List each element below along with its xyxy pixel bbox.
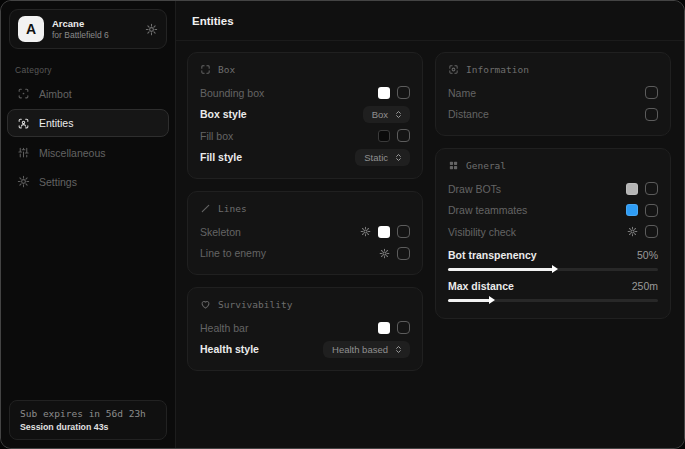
color-swatch[interactable] — [378, 130, 390, 142]
checkbox[interactable] — [397, 321, 410, 334]
setting-row-fill-box: Fill box — [200, 125, 410, 147]
setting-label: Bot transpenency — [448, 249, 637, 261]
setting-row-draw-bots: Draw BOTs — [448, 178, 658, 200]
crosshair-icon — [17, 87, 30, 100]
panel-lines: Lines Skeleton — [187, 191, 423, 275]
checkbox[interactable] — [645, 182, 658, 195]
setting-label: Distance — [448, 108, 645, 120]
checkbox[interactable] — [397, 247, 410, 260]
gear-icon[interactable] — [360, 226, 371, 237]
sidebar-item-label: Settings — [39, 176, 77, 188]
chevrons-up-down-icon — [394, 153, 403, 162]
max-distance-slider[interactable] — [448, 299, 658, 302]
setting-label: Box style — [200, 108, 363, 120]
page-header: Entities — [176, 1, 684, 41]
panel-title: Survivability — [218, 299, 292, 310]
setting-row-draw-teammates: Draw teammates — [448, 200, 658, 222]
setting-row-line-to-enemy: Line to enemy — [200, 243, 410, 265]
panel-title: Box — [218, 64, 235, 75]
health-style-dropdown[interactable]: Health based — [323, 341, 410, 358]
heart-icon — [200, 299, 211, 310]
gear-icon — [17, 175, 30, 188]
checkbox[interactable] — [397, 129, 410, 142]
sidebar: A Arcane for Battlefield 6 Category — [1, 1, 176, 448]
setting-label: Draw teammates — [448, 204, 626, 216]
chevrons-up-down-icon — [394, 110, 403, 119]
sidebar-nav: Aimbot Entities Miscel — [1, 79, 175, 196]
box-icon — [200, 64, 211, 75]
setting-row-box-style: Box style Box — [200, 104, 410, 126]
logo-card: A Arcane for Battlefield 6 — [9, 9, 167, 49]
panel-title: Information — [466, 64, 529, 75]
setting-row-health-bar: Health bar — [200, 317, 410, 339]
page-title: Entities — [192, 15, 234, 27]
checkbox[interactable] — [397, 86, 410, 99]
info-scan-icon — [448, 64, 459, 75]
slider-thumb[interactable] — [552, 265, 558, 273]
checkbox[interactable] — [645, 86, 658, 99]
sidebar-item-miscellaneous[interactable]: Miscellaneous — [7, 139, 169, 166]
color-swatch[interactable] — [378, 322, 390, 334]
grid-icon — [448, 160, 459, 171]
checkbox[interactable] — [645, 225, 658, 238]
sidebar-item-settings[interactable]: Settings — [7, 168, 169, 195]
color-swatch[interactable] — [626, 183, 638, 195]
entity-scan-icon — [17, 117, 30, 130]
sidebar-item-entities[interactable]: Entities — [7, 109, 169, 137]
sidebar-item-aimbot[interactable]: Aimbot — [7, 80, 169, 107]
app-window: A Arcane for Battlefield 6 Category — [0, 0, 685, 449]
slider-value: 250m — [632, 280, 658, 292]
setting-label: Health bar — [200, 322, 378, 334]
gear-icon[interactable] — [627, 226, 638, 237]
chevrons-up-down-icon — [394, 345, 403, 354]
app-logo: A — [18, 16, 44, 42]
panel-information: Information Name Distance — [435, 52, 671, 136]
setting-row-skeleton: Skeleton — [200, 221, 410, 243]
color-swatch[interactable] — [378, 226, 390, 238]
panel-general: General Draw BOTs Draw teammates — [435, 148, 671, 319]
setting-row-visibility-check: Visibility check — [448, 221, 658, 243]
setting-bot-transparency: Bot transpenency 50% — [448, 246, 658, 271]
setting-label: Draw BOTs — [448, 183, 626, 195]
checkbox[interactable] — [397, 225, 410, 238]
slider-thumb[interactable] — [489, 296, 495, 304]
sliders-icon — [17, 146, 30, 159]
app-subtitle: for Battlefield 6 — [52, 30, 137, 41]
setting-label: Fill box — [200, 130, 378, 142]
bot-transparency-slider[interactable] — [448, 268, 658, 271]
dropdown-value: Box — [372, 109, 388, 120]
setting-label: Line to enemy — [200, 247, 379, 259]
right-column: Information Name Distance — [435, 52, 671, 319]
content: Box Bounding box Box style Box — [176, 41, 684, 448]
sidebar-item-label: Miscellaneous — [39, 147, 106, 159]
panel-title: Lines — [218, 203, 247, 214]
setting-label: Visibility check — [448, 226, 627, 238]
checkbox[interactable] — [645, 108, 658, 121]
slider-value: 50% — [637, 249, 658, 261]
setting-label: Max distance — [448, 280, 632, 292]
setting-label: Fill style — [200, 151, 355, 163]
sidebar-item-label: Aimbot — [39, 88, 72, 100]
setting-row-bounding-box: Bounding box — [200, 82, 410, 104]
app-title: Arcane — [52, 18, 137, 30]
box-style-dropdown[interactable]: Box — [363, 106, 410, 123]
setting-label: Skeleton — [200, 226, 360, 238]
line-icon — [200, 203, 211, 214]
color-swatch[interactable] — [626, 204, 638, 216]
panel-box: Box Bounding box Box style Box — [187, 52, 423, 179]
sidebar-item-label: Entities — [39, 117, 73, 129]
gear-icon[interactable] — [145, 23, 158, 36]
fill-style-dropdown[interactable]: Static — [355, 149, 410, 166]
subscription-card: Sub expires in 56d 23h Session duration … — [9, 400, 167, 440]
left-column: Box Bounding box Box style Box — [187, 52, 423, 371]
checkbox[interactable] — [645, 204, 658, 217]
panel-survivability: Survivability Health bar Health style He… — [187, 287, 423, 371]
main-area: Entities Box Bounding bo — [176, 1, 684, 448]
color-swatch[interactable] — [378, 87, 390, 99]
setting-row-name: Name — [448, 82, 658, 104]
gear-icon[interactable] — [379, 248, 390, 259]
setting-label: Health style — [200, 343, 323, 355]
setting-label: Bounding box — [200, 87, 378, 99]
setting-max-distance: Max distance 250m — [448, 277, 658, 302]
session-duration-text: Session duration 43s — [20, 422, 156, 432]
